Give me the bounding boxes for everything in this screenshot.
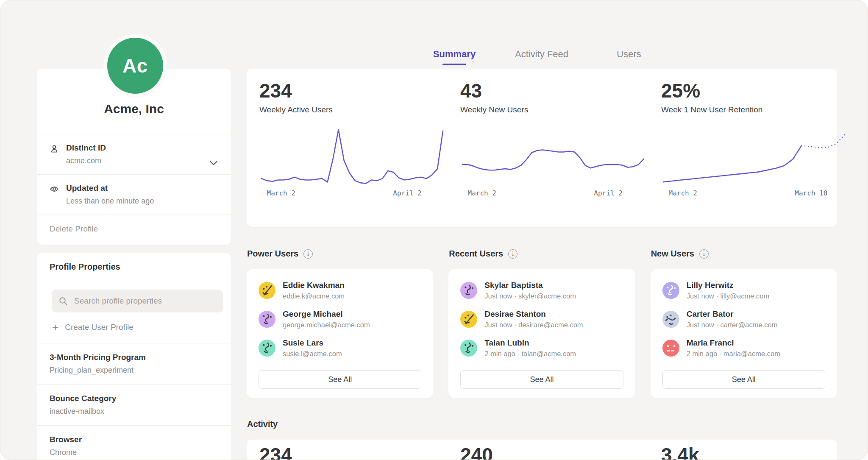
tab-activity-feed[interactable]: Activity Feed [498,49,585,65]
user-name: Lilly Herwitz [687,281,770,290]
summary-stats-card: 234 Weekly Active Users March 2 April 2 … [246,68,837,227]
user-row[interactable]: Skylar Baptista Just now · skyler@acme.c… [460,279,623,301]
user-detail: Just now · lilly@acme.com [687,292,770,300]
profile-properties-card: Profile Properties + Create User Profile… [36,253,231,460]
user-name: Skylar Baptista [484,281,576,290]
user-name: Susie Lars [283,338,342,348]
property-row[interactable]: Browser Chrome [37,426,231,460]
x-axis: March 2 April 2 [460,189,646,199]
user-detail: 2 min ago · talan@acme.com [484,350,576,358]
stat-weekly-new-users: 43 Weekly New Users March 2 April 2 [460,80,646,227]
user-avatar [460,282,477,299]
x-tick: March 2 [468,189,496,197]
recent-users-header: Recent Users i [449,249,636,259]
user-avatar [662,311,679,328]
activity-card: 234 240 3.4k [246,439,837,460]
user-name: Maria Franci [687,338,780,348]
property-value: inactive-mailbox [50,407,218,416]
user-detail: eddie.k@acme.com [283,292,345,300]
field-label: Updated at [66,184,154,193]
create-user-profile-label: Create User Profile [65,323,134,332]
chevron-down-icon[interactable] [210,160,217,165]
person-icon [50,144,59,153]
property-name: Browser [50,435,218,444]
company-avatar-initials: Ac [122,54,148,77]
section-title: Recent Users [449,249,503,259]
info-icon[interactable]: i [303,249,313,259]
stat-week1-retention: 25% Week 1 New User Retention March 2 Ma… [661,80,847,227]
recent-users-card: Skylar Baptista Just now · skyler@acme.c… [448,269,635,399]
property-value: Chrome [50,448,218,457]
user-row[interactable]: Lilly Herwitz Just now · lilly@acme.com [662,279,825,301]
section-title: Power Users [247,249,298,259]
create-user-profile-button[interactable]: + Create User Profile [37,312,231,343]
user-avatar [259,340,275,357]
user-row[interactable]: Carter Bator Just now · carter@acme.com [662,308,825,330]
user-name: Eddie Kwakman [283,281,345,290]
stat-value: 25% [661,80,847,102]
activity-title: Activity [247,419,278,429]
x-tick: March 10 [795,189,827,197]
property-row[interactable]: 3-Month Pricing Program Pricing_plan_exp… [37,343,231,385]
plus-icon: + [52,323,58,331]
user-name: Talan Lubin [484,338,576,348]
company-name: Acme, Inc [50,102,218,116]
user-detail: 2 min ago · maria@acme.com [687,350,780,358]
see-all-button[interactable]: See All [259,370,421,389]
property-row[interactable]: Bounce Category inactive-mailbox [37,385,231,426]
x-tick: April 2 [594,189,622,197]
info-icon[interactable]: i [699,249,709,259]
user-avatar [662,282,679,299]
stat-weekly-active-users: 234 Weekly Active Users March 2 April 2 [259,80,445,227]
week1-retention-sparkline [661,120,847,188]
user-detail: Just now · desirare@acme.com [484,321,583,329]
company-profile-card: Acme, Inc Distinct ID acme.com Updated a… [36,68,231,245]
user-name: George Michael [283,309,370,319]
tab-bar: Summary Activity Feed Users [411,49,673,65]
stat-label: Week 1 New User Retention [661,105,847,114]
stat-label: Weekly Active Users [259,105,445,114]
info-icon[interactable]: i [508,249,517,259]
see-all-button[interactable]: See All [460,370,623,389]
activity-stat: 234 [259,444,445,460]
user-list-headers: Power Users i Recent Users i New Users i [247,249,838,259]
user-row[interactable]: George Michael george.michael@acme.com [259,308,421,330]
activity-stat: 240 [460,444,646,460]
weekly-new-users-sparkline [460,120,646,188]
search-profile-properties[interactable] [52,290,223,312]
user-row[interactable]: Eddie Kwakman eddie.k@acme.com [259,279,421,301]
stat-value: 234 [259,80,445,102]
tab-summary[interactable]: Summary [411,49,498,65]
user-name: Desirae Stanton [484,309,583,319]
user-detail: susie.l@acme.com [283,350,342,358]
x-axis: March 2 March 10 [661,189,847,199]
user-detail: george.michael@acme.com [283,321,370,329]
x-tick: March 2 [669,189,697,197]
field-value: Less than one minute ago [66,197,154,206]
search-icon [58,296,68,306]
weekly-active-users-sparkline [259,120,445,188]
distinct-id-row[interactable]: Distinct ID acme.com [37,134,231,174]
search-input[interactable] [73,296,217,306]
user-row[interactable]: Maria Franci 2 min ago · maria@acme.com [662,337,825,359]
app-window: Ac Acme, Inc Distinct ID acme.com Update… [0,0,868,460]
company-avatar: Ac [107,38,163,94]
property-name: 3-Month Pricing Program [50,353,218,362]
x-axis: March 2 April 2 [259,189,445,199]
user-row[interactable]: Susie Lars susie.l@acme.com [259,337,421,359]
tab-users[interactable]: Users [585,49,673,65]
eye-icon [50,184,59,194]
user-avatar [460,340,477,357]
profile-properties-title: Profile Properties [37,253,231,280]
power-users-header: Power Users i [247,249,434,259]
see-all-button[interactable]: See All [662,370,825,389]
user-avatar [662,340,679,357]
user-row[interactable]: Talan Lubin 2 min ago · talan@acme.com [460,337,623,359]
section-title: New Users [651,249,694,259]
user-name: Carter Bator [687,309,778,319]
user-avatar [460,311,477,328]
delete-profile-button[interactable]: Delete Profile [37,215,231,245]
field-label: Distinct ID [66,143,106,153]
user-row[interactable]: Desirae Stanton Just now · desirare@acme… [460,308,623,330]
power-users-card: Eddie Kwakman eddie.k@acme.com George Mi… [246,269,434,399]
